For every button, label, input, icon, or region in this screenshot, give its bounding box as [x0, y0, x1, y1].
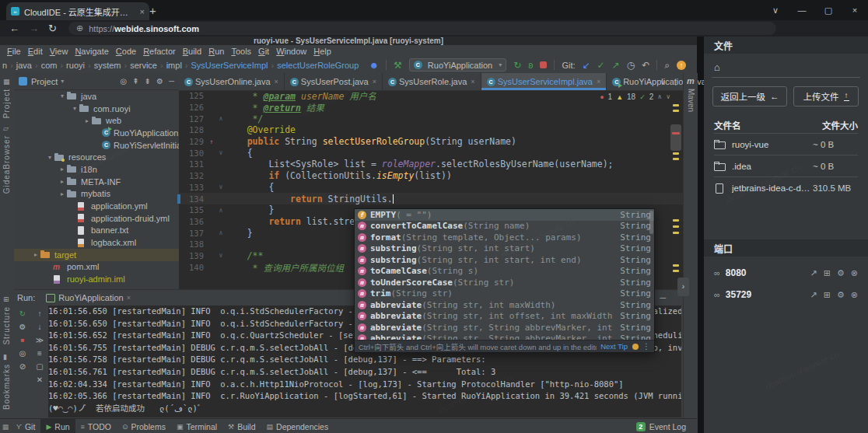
line-number[interactable]: 139 [179, 251, 207, 260]
menu-item[interactable]: View [50, 47, 68, 56]
profile-icon[interactable]: ☻ [369, 61, 379, 70]
tree-chevron-icon[interactable]: ▸ [58, 190, 67, 197]
project-tool-icon[interactable]: ▦ [3, 78, 10, 86]
next-tip-link[interactable]: Next Tip [600, 342, 628, 351]
chevron-down-icon[interactable]: ▾ [61, 78, 64, 85]
menu-item[interactable]: Refactor [143, 47, 176, 56]
bookmarks-tool-icon[interactable]: ▮ [3, 353, 7, 361]
line-number[interactable]: 129 [179, 137, 207, 146]
tool-strip-project[interactable]: Project [2, 89, 11, 118]
stripe-warning-mark[interactable] [673, 158, 679, 160]
tree-chevron-icon[interactable]: ▸ [58, 166, 67, 173]
git-push-icon[interactable]: ↗ [612, 61, 620, 70]
fold-marker-icon[interactable]: ∧ [216, 207, 226, 214]
tree-row[interactable]: ▾ resources [14, 151, 179, 163]
update-badge-icon[interactable]: ↑ [677, 61, 686, 70]
reload-icon[interactable]: ↻ [48, 23, 57, 34]
window-maximize-button[interactable]: ▢ [815, 5, 842, 16]
menu-item[interactable]: Run [208, 47, 224, 56]
status-bar-item[interactable]: ⊙ Problems [117, 419, 171, 433]
tree-row[interactable]: ▸ i18n [14, 163, 179, 176]
run-tab[interactable]: RuoYiApplication × [43, 290, 134, 306]
hide-panel-icon[interactable]: ─ [660, 293, 666, 303]
tool-strip-maven[interactable]: Maven [687, 89, 695, 112]
soft-wrap-icon[interactable]: ≡ [37, 350, 42, 358]
stop-button[interactable] [540, 61, 547, 68]
menu-item[interactable]: Help [313, 47, 331, 56]
tree-chevron-icon[interactable]: ▸ [58, 178, 67, 185]
copy-icon[interactable]: ⊞ [824, 290, 831, 300]
status-bar-item[interactable]: ≡ TODO [75, 419, 117, 433]
completion-item[interactable]: m convertToCamelCase (String name) Strin… [355, 221, 654, 232]
menu-item[interactable]: Code [116, 47, 136, 56]
upload-button[interactable]: 上传文件 ↑ [793, 86, 859, 107]
tree-chevron-icon[interactable]: ▾ [70, 105, 79, 112]
tab-close-icon[interactable]: × [275, 78, 278, 86]
popup-scrollbar[interactable] [649, 211, 653, 234]
menu-item[interactable]: Window [276, 47, 306, 56]
editor-tab[interactable]: C SysUserOnline.java × [179, 73, 285, 90]
completion-item[interactable]: m abbreviate (String str, int offset, in… [355, 311, 654, 323]
completion-item[interactable]: m format (String template, Object... par… [355, 232, 654, 243]
new-tab-button[interactable]: + [149, 4, 156, 18]
tree-row[interactable]: ▸ web [14, 114, 179, 127]
structure-tool-icon[interactable]: ⊞ [3, 295, 9, 303]
project-panel-title[interactable]: Project [31, 77, 58, 86]
completion-item[interactable]: m substring (String str, int start, int … [355, 254, 654, 266]
breadcrumb-item[interactable]: service [130, 61, 166, 70]
breadcrumb-item[interactable]: com [41, 61, 66, 70]
file-row[interactable]: .idea ~ 0 B [714, 155, 858, 176]
debug-button[interactable]: ʚ [528, 61, 533, 70]
editor-tab[interactable]: C SysUserServiceImpl.java × [481, 73, 607, 90]
open-external-icon[interactable]: ↗ [810, 290, 817, 300]
line-number[interactable]: 140 [179, 263, 207, 272]
tool-strip-structure[interactable]: Structure [2, 306, 11, 345]
menu-item[interactable]: Build [183, 47, 201, 56]
tool-strip-gideabrowser[interactable]: GideaBrowser [2, 135, 11, 194]
home-icon[interactable]: ⌂ [714, 61, 720, 73]
tree-chevron-icon[interactable]: ▸ [31, 251, 40, 258]
editor-tab[interactable]: C SysUserRole.java × [383, 73, 481, 90]
rollback-icon[interactable]: ↶ [642, 61, 649, 70]
settings-wrench-icon[interactable]: ⚙ [19, 323, 26, 331]
override-gutter-icon[interactable]: ↑ [207, 138, 216, 145]
hide-panel-icon[interactable]: ─ [169, 77, 174, 86]
status-bar-item[interactable]: ▤ Dependencies [261, 419, 334, 433]
stop-icon[interactable]: ■ [21, 337, 25, 344]
tree-row[interactable]: ▾ com.ruoyi [14, 103, 179, 115]
port-close-icon[interactable]: ⊗ [851, 290, 858, 300]
code-line[interactable]: 125 * @param userName 用户名 [179, 90, 683, 102]
tool-strip-bookmarks[interactable]: Bookmarks [2, 364, 11, 410]
code-line[interactable]: 127 ∧ */ [179, 113, 683, 124]
code-line[interactable]: 126 * @return 结果 [179, 102, 683, 113]
code-line[interactable]: 131 List<SysRole> list = roleMapper.sele… [179, 159, 683, 170]
panel-collapse-handle[interactable]: › [677, 278, 689, 296]
copy-icon[interactable]: ⊞ [824, 268, 831, 278]
code-line[interactable]: 133 ∨ { [179, 182, 683, 194]
up-stack-icon[interactable]: ↑ [38, 310, 42, 318]
dump-threads-icon[interactable]: ◎ [19, 350, 26, 358]
tool-window-switcher-icon[interactable]: ▦ [0, 423, 11, 431]
chevron-down-icon[interactable]: ∨ [660, 78, 666, 86]
fold-marker-icon[interactable]: ∨ [216, 149, 226, 156]
tree-row[interactable]: banner.txt [14, 225, 179, 237]
breadcrumb-item[interactable]: java [16, 61, 41, 70]
port-row[interactable]: ∞ 35729 ↗ ⊞ ⚙ ⊗ [714, 284, 858, 306]
menu-item[interactable]: File [7, 47, 21, 56]
fold-marker-icon[interactable]: ∧ [216, 229, 226, 236]
rerun-icon[interactable]: ↻ [19, 310, 26, 318]
completion-item[interactable]: m substring (String str, int start) Stri… [355, 243, 654, 255]
tree-chevron-icon[interactable]: ▾ [58, 93, 67, 100]
tree-row[interactable]: pom.xml [14, 261, 179, 274]
scrollbar-thumb[interactable] [670, 124, 681, 151]
tab-list-kebab-icon[interactable]: ⋮ [672, 78, 680, 86]
git-commit-icon[interactable]: ✓ [597, 61, 605, 70]
back-icon[interactable]: ← [9, 23, 19, 34]
tree-row[interactable]: RuoYiApplication [14, 127, 179, 139]
code-line[interactable]: 129 ↑ public String selectUserRoleGroup(… [179, 136, 683, 148]
menu-item[interactable]: Tools [231, 47, 251, 56]
address-bar[interactable]: ⊕ https://webide.sinosoft.com [68, 22, 776, 35]
tree-row[interactable]: application-druid.yml [14, 212, 179, 225]
line-number[interactable]: 134 [179, 194, 207, 204]
stripe-warning-mark[interactable] [673, 232, 679, 234]
